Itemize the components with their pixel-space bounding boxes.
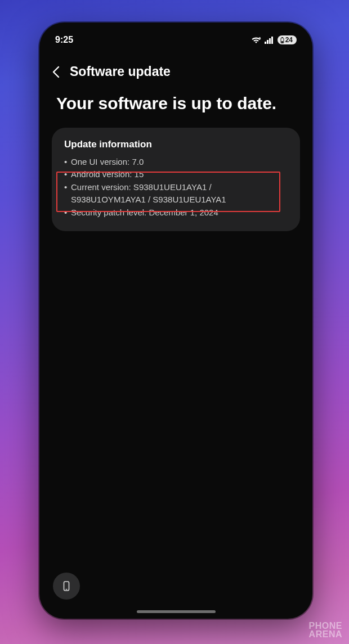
signal-icon	[265, 37, 274, 44]
wifi-icon: 5	[251, 36, 261, 44]
page-title: Software update	[70, 64, 171, 79]
svg-rect-7	[281, 41, 283, 43]
status-heading: Your software is up to date.	[39, 85, 312, 128]
watermark: PHONE ARENA	[309, 622, 342, 638]
info-item: Current version: S938U1UEU1AYA1 / S938U1…	[64, 181, 288, 206]
info-item: Security patch level: December 1, 2024	[64, 206, 288, 219]
phone-icon	[61, 580, 72, 592]
phone-frame: 9:25 5	[39, 22, 312, 619]
svg-rect-6	[281, 37, 283, 38]
chevron-left-icon	[52, 66, 60, 78]
svg-text:5: 5	[259, 37, 261, 40]
device-fab[interactable]	[53, 573, 80, 600]
battery-pill: 24	[278, 35, 297, 44]
battery-icon	[280, 37, 284, 43]
info-item: One UI version: 7.0	[64, 156, 288, 169]
info-list: One UI version: 7.0 Android version: 15 …	[64, 156, 288, 219]
battery-value: 24	[285, 36, 293, 44]
back-button[interactable]	[52, 66, 60, 78]
update-info-card: Update information One UI version: 7.0 A…	[52, 128, 300, 232]
svg-rect-3	[269, 38, 271, 44]
svg-rect-1	[265, 42, 266, 44]
home-indicator[interactable]	[137, 610, 216, 613]
svg-rect-2	[267, 40, 269, 44]
status-time: 9:25	[55, 35, 73, 45]
card-title: Update information	[64, 139, 288, 150]
status-right: 5 24	[251, 35, 297, 44]
status-bar: 9:25 5	[39, 28, 312, 52]
page-header: Software update	[39, 52, 312, 85]
info-item: Android version: 15	[64, 168, 288, 181]
svg-rect-9	[66, 589, 68, 589]
svg-rect-4	[271, 37, 273, 44]
